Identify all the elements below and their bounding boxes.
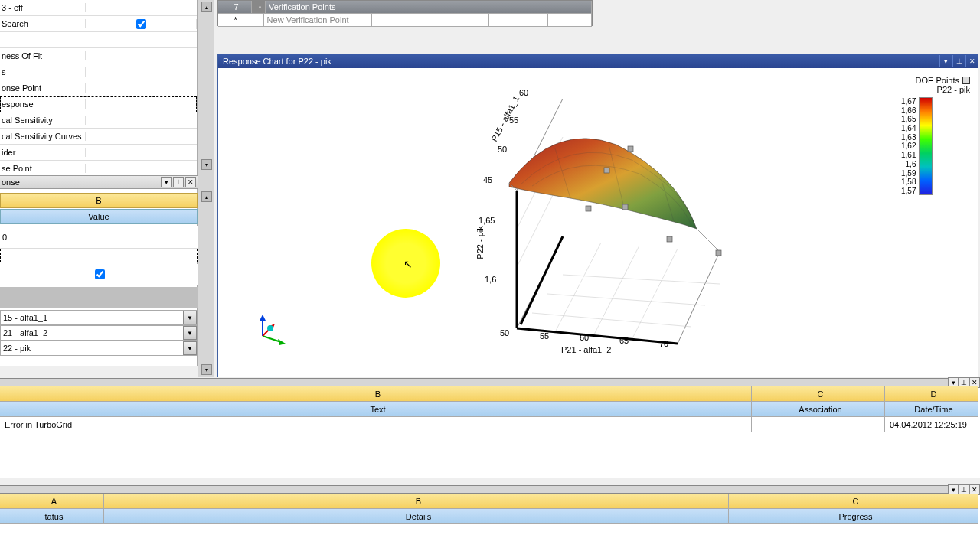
property-group-row [0,287,198,308]
chevron-down-icon[interactable]: ▼ [183,311,197,324]
chart-legend: DOE Points P22 - pik 1,67 1,66 1,65 1,64… [901,76,970,195]
svg-rect-19 [604,168,609,173]
chevron-down-icon[interactable]: ▼ [183,326,197,340]
axis-z-dropdown[interactable]: 22 - pik▼ [0,341,198,356]
svg-marker-27 [278,339,286,345]
property-check-row[interactable] [0,264,198,285]
message-text[interactable]: Error in TurboGrid [0,417,752,432]
svg-marker-25 [260,315,266,321]
col-header[interactable]: B [0,386,752,402]
verif-cell[interactable] [489,14,548,27]
chart-title-bar[interactable]: Response Chart for P22 - pik ▾ ⊥ ✕ [218,54,978,68]
chart-title-text: Response Chart for P22 - pik [223,57,332,66]
tree-item-selected[interactable]: esponse [0,96,197,112]
close-icon[interactable]: ✕ [965,55,978,67]
svg-rect-21 [622,204,628,210]
tree-item[interactable]: 3 - eff [0,0,197,16]
col-subheader[interactable]: Association [752,402,885,417]
svg-line-5 [532,313,691,327]
col-header[interactable]: B [104,494,729,509]
chart-viewport[interactable]: ↖ [218,68,978,377]
axis-y-dropdown[interactable]: 21 - alfa1_2▼ [0,325,198,341]
scroll-up-icon[interactable]: ▴ [201,191,212,202]
vertical-splitter[interactable]: ▴ ▾ ▴ ▾ [198,0,214,377]
message-date[interactable]: 04.04.2012 12:25:19 [885,417,978,432]
dropdown-icon[interactable]: ▾ [939,55,952,67]
svg-line-16 [697,229,720,252]
svg-line-26 [263,336,281,342]
col-subheader[interactable]: Text [0,402,752,417]
col-subheader[interactable]: Details [104,509,729,524]
pin-icon[interactable]: ⊥ [173,177,184,187]
progress-panel: ▾ ⊥ ✕ A B C tatus Details Progress [0,485,980,551]
tree-item[interactable]: ness Of Fit [0,48,197,64]
legend-doe-label: DOE Points [916,76,959,85]
properties-title: onse [0,178,161,187]
verif-row-number[interactable]: 7 [218,1,252,14]
colorbar [919,97,933,195]
svg-rect-20 [586,206,591,211]
surface-chart [417,76,953,367]
scroll-down-icon[interactable]: ▾ [201,159,212,170]
tree-list: 3 - eff Search ness Of Fit s onse Point … [0,0,197,177]
svg-line-15 [521,236,563,324]
col-header[interactable]: C [752,386,885,402]
svg-line-7 [563,275,720,284]
col-subheader[interactable]: Progress [729,509,978,524]
svg-rect-22 [667,236,672,242]
tree-item[interactable]: Search [0,16,197,32]
x-axis-label: P21 - alfa1_2 [561,345,611,354]
collapse-icon[interactable]: ▫ [252,1,266,14]
close-icon[interactable]: ✕ [185,177,196,187]
col-header[interactable]: C [729,494,978,509]
axis-x-dropdown[interactable]: 15 - alfa1_1▼ [0,310,198,325]
verif-group-title[interactable]: Verification Points [266,1,592,14]
col-subheader[interactable]: tatus [0,509,104,524]
response-chart-panel: Response Chart for P22 - pik ▾ ⊥ ✕ ↖ [217,54,978,377]
column-header-value[interactable]: Value [0,209,198,224]
orientation-triad[interactable] [249,313,287,351]
verif-cell[interactable] [430,14,489,27]
svg-rect-23 [716,250,721,256]
tree-item[interactable]: onse Point [0,80,197,96]
tree-item[interactable]: se Point [0,161,197,177]
dropdown-icon[interactable]: ▾ [161,177,172,187]
verif-cell[interactable] [372,14,431,27]
tree-item[interactable]: cal Sensitivity [0,112,197,129]
svg-line-9 [593,246,639,336]
tree-item[interactable] [0,32,197,48]
verif-cell[interactable] [548,14,592,27]
verif-new-label[interactable]: New Verification Point [264,14,372,27]
messages-panel: ▾ ⊥ ✕ B C D Text Association Date/Time E… [0,378,980,478]
z-axis-label: P22 - pik [475,226,485,259]
property-row[interactable]: 0 [0,226,198,249]
svg-line-1 [678,252,720,344]
legend-series-label: P22 - pik [901,85,970,94]
col-header[interactable]: D [885,386,978,402]
property-row-selected[interactable] [0,249,198,262]
col-subheader[interactable]: Date/Time [885,402,978,417]
scroll-up-icon[interactable]: ▴ [201,2,212,12]
tree-item[interactable]: cal Sensitivity Curves [0,129,197,145]
verif-new-row-marker[interactable]: * [218,14,250,27]
svg-line-10 [632,249,678,340]
column-header-b[interactable]: B [0,193,198,208]
colorbar-labels: 1,67 1,66 1,65 1,64 1,63 1,62 1,61 1,6 1… [901,97,916,195]
tree-checkbox[interactable] [136,19,146,29]
scroll-down-icon[interactable]: ▾ [201,364,212,375]
message-assoc[interactable] [752,417,885,432]
pin-icon[interactable]: ⊥ [952,55,965,67]
properties-header: onse ▾ ⊥ ✕ [0,175,198,189]
col-header[interactable]: A [0,494,104,509]
tree-item[interactable]: ider [0,145,197,161]
svg-line-8 [555,243,601,332]
tree-item[interactable]: s [0,64,197,80]
svg-rect-18 [628,146,633,152]
svg-line-6 [547,294,705,305]
svg-point-30 [267,325,273,331]
chevron-down-icon[interactable]: ▼ [183,341,197,355]
property-checkbox[interactable] [95,269,105,279]
doe-marker-icon [962,77,970,84]
verification-points-table: 7 ▫ Verification Points * New Verificati… [217,0,593,26]
